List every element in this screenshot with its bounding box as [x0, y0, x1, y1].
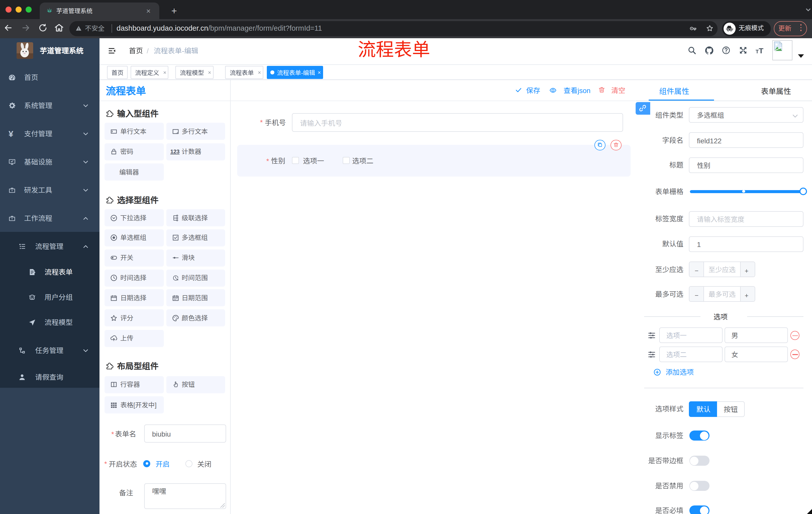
- svg-text:T: T: [759, 47, 763, 55]
- svg-text:T: T: [756, 49, 759, 54]
